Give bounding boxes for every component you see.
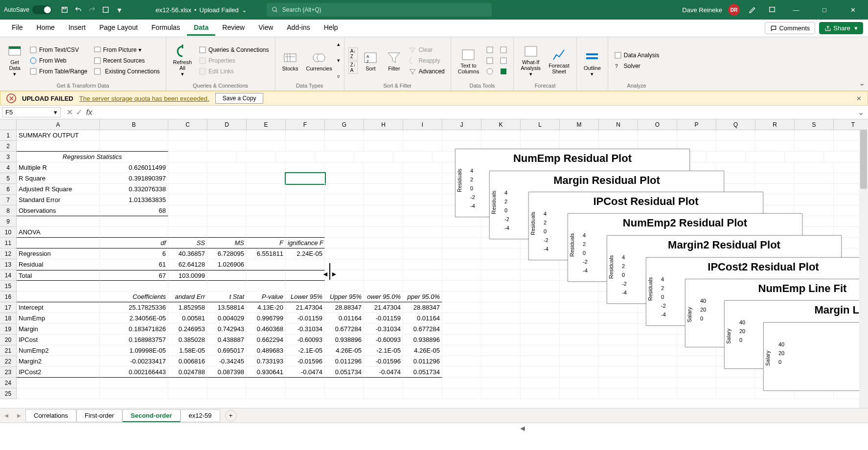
cell-D9[interactable] xyxy=(207,216,247,227)
refresh-all-button[interactable]: Refresh All▾ xyxy=(170,39,195,82)
row-header-16[interactable]: 16 xyxy=(0,292,17,302)
cell-H25[interactable] xyxy=(364,388,403,399)
advanced-button[interactable]: Advanced xyxy=(407,67,446,76)
cell-I18[interactable]: 0.01164 xyxy=(403,313,442,324)
cell-D1[interactable] xyxy=(207,130,247,141)
tab-view[interactable]: View xyxy=(251,21,280,36)
chevron-down-icon[interactable]: ▾ xyxy=(337,57,340,64)
cell-Q25[interactable] xyxy=(716,388,755,399)
cell-D19[interactable]: 0.742943 xyxy=(207,324,247,335)
cell-I2[interactable] xyxy=(403,141,442,152)
cell-F14[interactable] xyxy=(286,270,325,281)
cell-D20[interactable]: 0.438887 xyxy=(207,335,247,345)
cell-A15[interactable] xyxy=(17,281,100,292)
cell-B12[interactable]: 6 xyxy=(100,248,168,259)
cell-F4[interactable] xyxy=(286,162,325,173)
cell-O23[interactable] xyxy=(638,367,677,378)
select-all-corner[interactable] xyxy=(0,119,17,130)
cell-F24[interactable] xyxy=(286,378,325,388)
cell-M25[interactable] xyxy=(560,388,599,399)
cell-M20[interactable] xyxy=(560,335,599,345)
row-headers[interactable]: 1234567891011121314151617181920212223242… xyxy=(0,130,17,399)
row-header-5[interactable]: 5 xyxy=(0,173,17,184)
from-picture-button[interactable]: From Picture▾ xyxy=(91,45,162,55)
cell-K12[interactable] xyxy=(481,248,521,259)
cell-F8[interactable] xyxy=(286,205,325,216)
cell-R5[interactable] xyxy=(755,173,795,184)
cell-I6[interactable] xyxy=(403,184,442,195)
cell-M18[interactable] xyxy=(560,313,599,324)
sort-az-button[interactable]: A↓Z xyxy=(348,47,358,60)
cell-R3[interactable] xyxy=(824,152,863,162)
cell-B9[interactable] xyxy=(100,216,168,227)
cell-H16[interactable]: ower 95.0% xyxy=(364,292,403,302)
save-icon[interactable] xyxy=(58,3,71,17)
cell-D10[interactable] xyxy=(207,227,247,238)
cell-K19[interactable] xyxy=(481,324,521,335)
cell-J15[interactable] xyxy=(442,281,481,292)
filter-button[interactable]: Filter xyxy=(383,39,405,82)
cell-G14[interactable] xyxy=(325,270,364,281)
tab-file[interactable]: File xyxy=(5,21,30,36)
cell-K1[interactable] xyxy=(481,130,521,141)
tab-formulas[interactable]: Formulas xyxy=(145,21,187,36)
cell-G10[interactable] xyxy=(325,227,364,238)
cell-O24[interactable] xyxy=(638,378,677,388)
cell-B23[interactable]: 0.002166443 xyxy=(100,367,168,378)
cell-D5[interactable] xyxy=(207,173,247,184)
cell-F7[interactable] xyxy=(286,195,325,205)
cell-I14[interactable] xyxy=(403,270,442,281)
cell-E15[interactable] xyxy=(247,281,286,292)
cell-M17[interactable] xyxy=(560,302,599,313)
col-header-N[interactable]: N xyxy=(599,119,638,130)
cell-H5[interactable] xyxy=(364,173,403,184)
cell-C12[interactable]: 40.36857 xyxy=(168,248,207,259)
cell-H11[interactable] xyxy=(364,238,403,248)
cell-J22[interactable] xyxy=(442,356,481,367)
recent-sources-button[interactable]: Recent Sources xyxy=(91,56,162,66)
cell-I11[interactable] xyxy=(403,238,442,248)
cell-H18[interactable]: -0.01159 xyxy=(364,313,403,324)
sort-za-button[interactable]: Z↓A xyxy=(348,61,358,74)
stocks-button[interactable]: Stocks xyxy=(279,39,301,82)
row-header-12[interactable]: 12 xyxy=(0,248,17,259)
col-header-Q[interactable]: Q xyxy=(716,119,755,130)
cell-D15[interactable] xyxy=(207,281,247,292)
sort-button[interactable]: AZSort xyxy=(360,39,381,82)
cell-S6[interactable] xyxy=(795,184,834,195)
cell-B15[interactable] xyxy=(100,281,168,292)
cell-F13[interactable] xyxy=(286,259,325,270)
cell-A2[interactable] xyxy=(17,141,100,152)
cell-E5[interactable] xyxy=(247,173,286,184)
cell-J10[interactable] xyxy=(442,227,481,238)
cell-H14[interactable] xyxy=(364,270,403,281)
cell-I20[interactable]: 0.938896 xyxy=(403,335,442,345)
cell-G24[interactable] xyxy=(325,378,364,388)
cell-J9[interactable] xyxy=(442,216,481,227)
queries-conn-button[interactable]: Queries & Connections xyxy=(197,45,271,55)
cell-H1[interactable] xyxy=(364,130,403,141)
row-header-9[interactable]: 9 xyxy=(0,216,17,227)
cell-G16[interactable]: Upper 95% xyxy=(325,292,364,302)
cell-S5[interactable] xyxy=(795,173,834,184)
cell-G5[interactable] xyxy=(325,173,364,184)
cell-S7[interactable] xyxy=(795,195,834,205)
cell-F16[interactable]: Lower 95% xyxy=(286,292,325,302)
col-header-H[interactable]: H xyxy=(364,119,403,130)
row-header-25[interactable]: 25 xyxy=(0,388,17,399)
cell-C23[interactable]: 0.024788 xyxy=(168,367,207,378)
cell-N20[interactable] xyxy=(599,335,638,345)
from-textcsv-button[interactable]: From Text/CSV xyxy=(27,45,90,55)
cell-S4[interactable] xyxy=(795,162,834,173)
whatif-button[interactable]: What-If Analysis▾ xyxy=(518,39,544,82)
cell-H13[interactable] xyxy=(364,259,403,270)
cell-K11[interactable] xyxy=(481,238,521,248)
cell-D23[interactable]: 0.087398 xyxy=(207,367,247,378)
row-header-10[interactable]: 10 xyxy=(0,227,17,238)
cell-D22[interactable]: -0.34245 xyxy=(207,356,247,367)
cell-E21[interactable]: 0.489683 xyxy=(247,345,286,356)
cell-C15[interactable] xyxy=(168,281,207,292)
cell-F10[interactable] xyxy=(286,227,325,238)
user-name[interactable]: Dave Reineke xyxy=(682,6,722,14)
cell-A10[interactable]: ANOVA xyxy=(17,227,100,238)
